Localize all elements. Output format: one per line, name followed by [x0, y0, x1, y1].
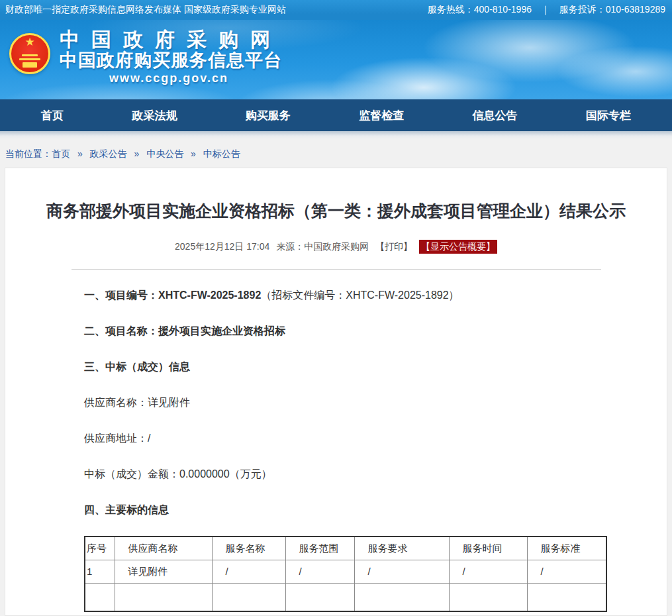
nav-item-supervision[interactable]: 监督检查 [359, 108, 404, 123]
cell-service-name: / [212, 560, 285, 584]
site-logo[interactable]: ★ 中国政府采购网 中国政府购买服务信息平台 www.ccgp.gov.cn [9, 29, 282, 85]
paragraph-project-number: 一、项目编号：XHTC-FW-2025-1892（招标文件编号：XHTC-FW-… [84, 287, 627, 303]
nav-item-home[interactable]: 首页 [41, 108, 64, 123]
article-meta: 2025年12月12日 17:04 来源：中国政府采购网 【打印】 【显示公告概… [5, 240, 667, 254]
star-icon: ★ [24, 36, 34, 48]
article-body: 一、项目编号：XHTC-FW-2025-1892（招标文件编号：XHTC-FW-… [5, 287, 667, 612]
gate-roof-shape [22, 54, 38, 56]
breadcrumb: 当前位置：首页 » 政采公告 » 中央公告 » 中标公告 [0, 139, 672, 168]
col-header-service-scope: 服务范围 [285, 537, 354, 560]
national-emblem-icon: ★ [9, 33, 50, 74]
breadcrumb-link-home[interactable]: 首页 [52, 148, 70, 159]
site-slogan: 财政部唯一指定政府采购信息网络发布媒体 国家级政府采购专业网站 [5, 4, 286, 16]
cell-service-standard: / [527, 560, 606, 584]
breadcrumb-link-central[interactable]: 中央公告 [146, 148, 183, 159]
site-title: 中国政府采购网 [60, 29, 282, 50]
site-url: www.ccgp.gov.cn [60, 71, 278, 85]
service-hotline: 服务热线：400-810-1996 [428, 4, 532, 16]
nav-bottom-gradient [0, 131, 672, 139]
col-header-supplier: 供应商名称 [115, 537, 212, 560]
gate-mid-shape [19, 58, 40, 60]
service-contacts: 服务热线：400-810-1996 ｜ 服务投诉：010-63819289 [428, 4, 665, 16]
article-title: 商务部援外项目实施企业资格招标（第一类：援外成套项目管理企业）结果公示 [5, 199, 667, 223]
table-row-empty [85, 584, 606, 611]
cell-service-time: / [449, 560, 527, 584]
nav-item-regulations[interactable]: 政采法规 [132, 108, 177, 123]
col-header-service-standard: 服务标准 [527, 537, 606, 560]
table-row: 1 详见附件 / / / / / [85, 560, 606, 584]
paragraph-main-items-heading: 四、主要标的信息 [84, 502, 627, 518]
breadcrumb-prefix: 当前位置： [5, 148, 52, 159]
cell-seq: 1 [85, 560, 115, 584]
cell-supplier: 详见附件 [115, 560, 212, 584]
col-header-service-time: 服务时间 [449, 537, 527, 560]
cell-service-requirement: / [354, 560, 449, 584]
site-subtitle: 中国政府购买服务信息平台 [60, 50, 282, 70]
service-complaint: 服务投诉：010-63819289 [559, 4, 665, 16]
nav-item-purchase-service[interactable]: 购买服务 [246, 108, 291, 123]
paragraph-award-info-heading: 三、中标（成交）信息 [84, 359, 627, 375]
site-banner: ★ 中国政府采购网 中国政府购买服务信息平台 www.ccgp.gov.cn [0, 20, 672, 99]
show-summary-button[interactable]: 【显示公告概要】 [419, 240, 497, 254]
breadcrumb-link-announcements[interactable]: 政采公告 [90, 148, 127, 159]
breadcrumb-separator: » [77, 148, 83, 159]
contact-divider: ｜ [541, 4, 550, 16]
article-source: 来源：中国政府采购网 [276, 241, 369, 252]
meta-divider [72, 269, 601, 270]
nav-item-international[interactable]: 国际专栏 [586, 108, 631, 123]
print-button[interactable]: 【打印】 [375, 241, 412, 252]
gate-base-shape [23, 62, 37, 68]
article-container: 商务部援外项目实施企业资格招标（第一类：援外成套项目管理企业）结果公示 2025… [5, 168, 667, 616]
top-service-bar: 财政部唯一指定政府采购信息网络发布媒体 国家级政府采购专业网站 服务热线：400… [0, 0, 672, 20]
col-header-seq: 序号 [85, 537, 115, 560]
paragraph-award-amount: 中标（成交）金额：0.0000000（万元） [84, 466, 627, 482]
breadcrumb-link-award[interactable]: 中标公告 [203, 148, 240, 159]
table-header-row: 序号 供应商名称 服务名称 服务范围 服务要求 服务时间 服务标准 [85, 537, 606, 560]
paragraph-supplier-name: 供应商名称：详见附件 [84, 395, 627, 411]
publish-datetime: 2025年12月12日 17:04 [175, 241, 269, 252]
breadcrumb-separator: » [134, 148, 139, 159]
main-items-table: 序号 供应商名称 服务名称 服务范围 服务要求 服务时间 服务标准 1 详见附件… [84, 536, 607, 612]
paragraph-supplier-address: 供应商地址：/ [84, 431, 627, 446]
main-nav: 首页 政采法规 购买服务 监督检查 信息公告 国际专栏 [0, 99, 672, 131]
col-header-service-name: 服务名称 [212, 537, 285, 560]
breadcrumb-separator: » [191, 148, 196, 159]
paragraph-project-name: 二、项目名称：援外项目实施企业资格招标 [84, 323, 627, 339]
col-header-service-requirement: 服务要求 [354, 537, 449, 560]
logo-text-block: 中国政府采购网 中国政府购买服务信息平台 www.ccgp.gov.cn [60, 29, 282, 85]
cell-service-scope: / [285, 560, 354, 584]
nav-item-announcements[interactable]: 信息公告 [473, 108, 518, 123]
